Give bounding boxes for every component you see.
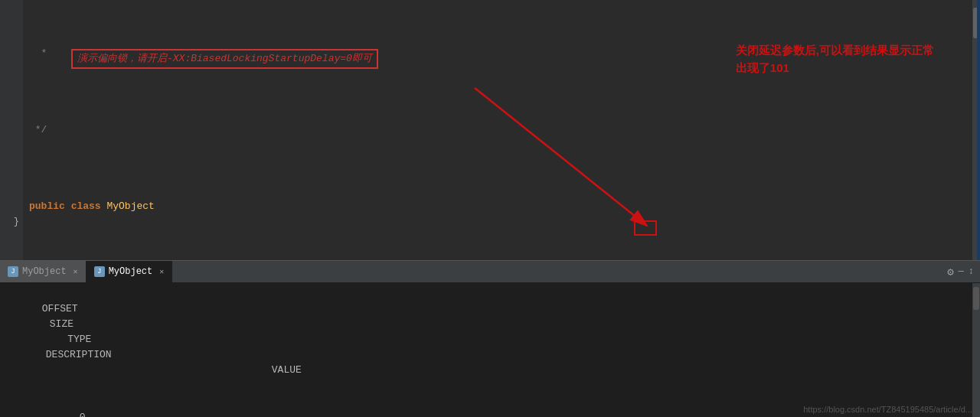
tab-myobject-1[interactable]: J MyObject ✕ <box>0 261 87 282</box>
col-offset: OFFSET <box>42 303 78 314</box>
tab-label-2: MyObject <box>109 266 153 277</box>
tab-close-1[interactable]: ✕ <box>74 267 78 276</box>
minimize-icon[interactable]: — <box>959 266 964 277</box>
tab-label-1: MyObject <box>22 266 67 277</box>
console-scrollbar[interactable] <box>972 283 980 417</box>
console-area: OFFSET SIZE TYPE DESCRIPTION VALUE 0 4 (… <box>0 283 980 417</box>
tab-bar: J MyObject ✕ J MyObject ✕ ⚙ — ↕ <box>0 260 980 283</box>
col-size: SIZE <box>50 318 74 330</box>
col-desc: DESCRIPTION <box>46 349 112 360</box>
watermark: https://blog.csdn.net/TZ845195485/articl… <box>803 405 972 414</box>
tab-close-2[interactable]: ✕ <box>159 267 164 276</box>
row0-offset: 0 <box>50 412 86 417</box>
settings-icon[interactable]: ⚙ <box>947 266 953 279</box>
watermark-text: https://blog.csdn.net/TZ845195485/articl… <box>803 405 972 414</box>
code-content: * 演示偏向锁，请开启-XX:BiasedLockingStartupDelay… <box>23 0 980 260</box>
tab-icon-2: J <box>94 266 105 277</box>
annotation-line2: 出现了101 <box>736 60 934 77</box>
expand-icon[interactable]: ↕ <box>969 266 974 277</box>
tab-settings: ⚙ — ↕ <box>941 261 980 282</box>
annotation-box-text: 演示偏向锁，请开启-XX:BiasedLockingStartupDelay=0… <box>77 53 372 64</box>
col-type: TYPE <box>50 334 92 345</box>
console-header: OFFSET SIZE TYPE DESCRIPTION VALUE <box>6 286 974 393</box>
col-value: VALUE <box>272 364 302 376</box>
editor-area: } * 演示偏向锁，请开启-XX:BiasedLockingStartupDel… <box>0 0 980 260</box>
annotation-text: 关闭延迟参数后,可以看到结果显示正常 出现了101 <box>736 42 934 77</box>
annotation-box: 演示偏向锁，请开启-XX:BiasedLockingStartupDelay=0… <box>71 49 378 69</box>
tab-myobject-2[interactable]: J MyObject ✕ <box>87 261 173 282</box>
annotation-line1: 关闭延迟参数后,可以看到结果显示正常 <box>736 42 934 60</box>
tab-icon-1: J <box>8 266 18 277</box>
line-numbers: } <box>0 0 23 260</box>
editor-scrollbar[interactable] <box>972 0 980 260</box>
console-scrollbar-thumb <box>973 287 979 310</box>
